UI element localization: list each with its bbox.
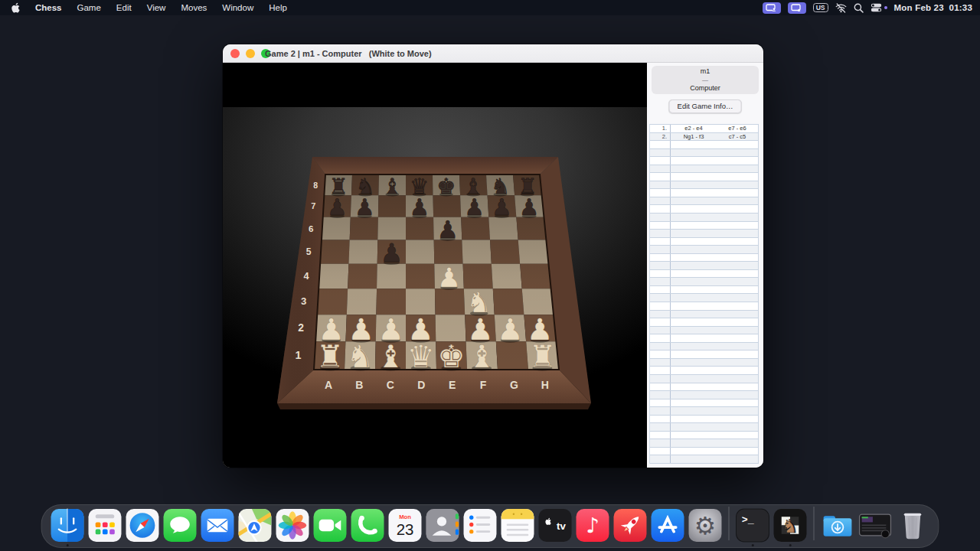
piece-black-king-e8[interactable]: ♚ [436, 174, 456, 199]
square-e5[interactable] [434, 240, 463, 264]
piece-white-queen-d1[interactable]: ♛ [407, 338, 435, 375]
move-row[interactable] [650, 141, 758, 149]
piece-white-bishop-f1[interactable]: ♝ [468, 338, 495, 375]
move-number[interactable] [650, 334, 671, 342]
white-move[interactable] [671, 391, 717, 399]
move-row[interactable] [650, 391, 758, 399]
dock-launchpad-icon[interactable] [88, 508, 122, 543]
white-move[interactable] [671, 432, 717, 439]
menu-moves[interactable]: Moves [173, 0, 214, 15]
square-h5[interactable] [518, 240, 549, 264]
window-title-bar[interactable]: Game 2 | m1 - Computer (White to Move) [223, 44, 763, 63]
square-g5[interactable] [490, 240, 520, 264]
white-move[interactable] [671, 157, 717, 165]
move-row[interactable] [650, 165, 758, 174]
black-move[interactable] [717, 350, 758, 358]
control-center-icon[interactable] [871, 3, 882, 12]
move-row[interactable] [650, 327, 758, 335]
black-move[interactable] [717, 278, 758, 285]
move-number[interactable] [650, 399, 671, 407]
white-move[interactable] [671, 189, 717, 197]
square-c3[interactable] [376, 289, 406, 315]
piece-white-pawn-e4[interactable]: ♟ [437, 262, 462, 293]
black-move[interactable] [717, 334, 758, 342]
move-number[interactable] [650, 238, 671, 246]
square-b4[interactable] [348, 264, 377, 289]
move-number[interactable] [650, 181, 671, 189]
white-move[interactable]: e2 - e4 [671, 125, 717, 132]
piece-white-knight-b1[interactable]: ♞ [346, 338, 374, 375]
move-row[interactable] [650, 318, 758, 327]
black-move[interactable] [717, 318, 758, 326]
move-row[interactable] [650, 246, 758, 254]
wifi-off-icon[interactable] [835, 3, 847, 13]
dock-reminders-icon[interactable] [463, 508, 498, 543]
black-move[interactable] [717, 205, 758, 213]
move-number[interactable] [650, 311, 671, 318]
piece-black-pawn-g7[interactable]: ♟ [492, 194, 512, 220]
black-move[interactable] [717, 230, 758, 237]
piece-black-pawn-f7[interactable]: ♟ [464, 194, 485, 220]
black-move[interactable] [717, 327, 758, 334]
dock-photos-icon[interactable] [276, 508, 310, 543]
piece-black-pawn-h7[interactable]: ♟ [519, 194, 540, 220]
white-move[interactable] [671, 375, 717, 383]
dock-appstore-icon[interactable] [651, 508, 685, 543]
black-move[interactable] [717, 270, 758, 278]
black-move[interactable] [717, 181, 758, 189]
piece-white-bishop-c1[interactable]: ♝ [377, 338, 404, 375]
move-row[interactable] [650, 157, 758, 165]
white-move[interactable] [671, 278, 717, 285]
move-row[interactable] [650, 294, 758, 302]
move-row[interactable] [650, 375, 758, 383]
dock-contacts-icon[interactable] [426, 508, 460, 543]
square-f4[interactable] [463, 264, 493, 289]
move-row[interactable] [650, 448, 758, 456]
move-row[interactable] [650, 214, 758, 222]
square-f5[interactable] [462, 240, 492, 264]
white-move[interactable] [671, 230, 717, 237]
dock-maps-icon[interactable] [238, 508, 273, 543]
move-row[interactable]: 1.e2 - e4e7 - e6 [650, 125, 758, 133]
move-row[interactable] [650, 149, 758, 158]
move-row[interactable] [650, 439, 758, 448]
menu-help[interactable]: Help [261, 0, 295, 15]
white-move[interactable] [671, 214, 717, 221]
move-number[interactable] [650, 359, 671, 367]
dock-settings-icon[interactable]: ⚙ [688, 508, 723, 543]
black-move[interactable] [717, 448, 758, 455]
black-move[interactable] [717, 149, 758, 157]
black-move[interactable] [717, 383, 758, 391]
move-number[interactable] [650, 141, 671, 148]
white-move[interactable] [671, 141, 717, 148]
white-move[interactable] [671, 181, 717, 189]
white-move[interactable] [671, 343, 717, 350]
move-number[interactable] [650, 302, 671, 310]
move-number[interactable] [650, 286, 671, 294]
black-move[interactable] [717, 311, 758, 318]
chess-board-canvas[interactable]: 87654321ABCDEFGH♜♞♝♛♚♝♞♜♟♟♟♟♟♟♟♟♟♞♟♟♟♟♟♟… [223, 63, 647, 468]
dock-phone-icon[interactable] [351, 508, 385, 543]
move-number[interactable] [650, 165, 671, 173]
black-move[interactable] [717, 157, 758, 165]
black-move[interactable] [717, 416, 758, 423]
black-move[interactable] [717, 294, 758, 302]
white-move[interactable] [671, 318, 717, 326]
square-g4[interactable] [492, 264, 522, 289]
move-number[interactable] [650, 416, 671, 423]
close-button[interactable] [230, 49, 240, 58]
white-move[interactable] [671, 205, 717, 213]
menu-chess[interactable]: Chess [28, 0, 70, 15]
white-move[interactable] [671, 327, 717, 334]
piece-black-pawn-e6[interactable]: ♟ [436, 216, 458, 243]
black-move[interactable] [717, 173, 758, 181]
move-row[interactable] [650, 350, 758, 359]
move-number[interactable] [650, 432, 671, 439]
black-move[interactable] [717, 399, 758, 407]
screen-mirroring-button[interactable] [763, 2, 781, 14]
move-number[interactable] [650, 230, 671, 237]
menu-game[interactable]: Game [70, 0, 109, 15]
move-row[interactable] [650, 270, 758, 279]
move-row[interactable] [650, 383, 758, 392]
move-number[interactable] [650, 278, 671, 285]
